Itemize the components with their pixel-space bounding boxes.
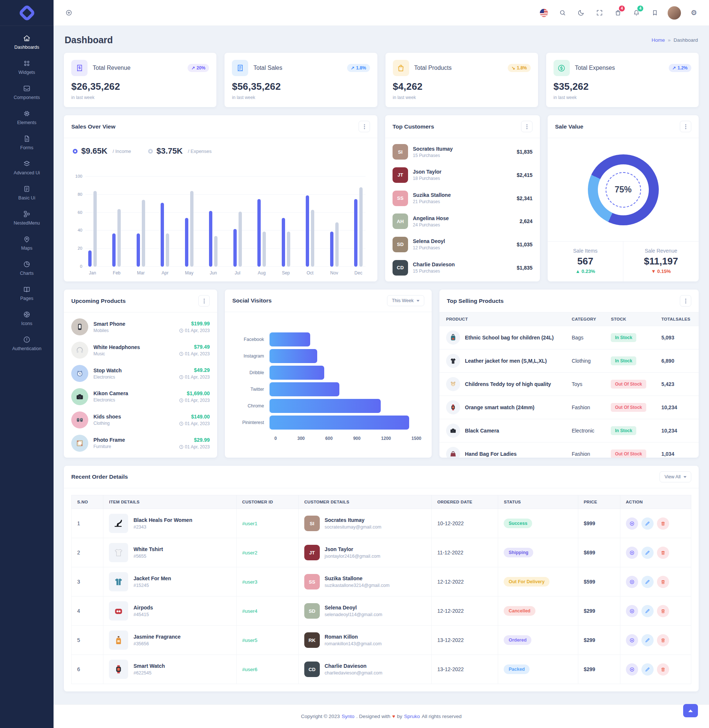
- edit-button[interactable]: [642, 663, 654, 675]
- synto-link[interactable]: Synto: [341, 713, 354, 719]
- trash-icon: [660, 667, 666, 672]
- table-row: 3 Jacket For Men#15245 #user3 SSSuzika S…: [71, 568, 691, 597]
- bookmark-button[interactable]: [649, 7, 660, 19]
- more-options-button[interactable]: [680, 121, 691, 132]
- sidebar-item-widgets[interactable]: Widgets: [0, 55, 54, 80]
- spruko-link[interactable]: Spruko: [404, 713, 420, 719]
- more-options-button[interactable]: [680, 295, 691, 306]
- sidebar-toggle-button[interactable]: [63, 7, 74, 19]
- gear-icon: ⚙: [690, 9, 697, 16]
- top-selling-card: Top Selling Products PRODUCT CATEGORY ST…: [439, 290, 699, 458]
- us-flag-icon: [540, 9, 548, 17]
- trash-icon: [660, 608, 666, 614]
- week-filter-dropdown[interactable]: This Week: [387, 295, 424, 306]
- headphones-icon: [71, 341, 88, 359]
- search-icon: [559, 9, 566, 16]
- scroll-to-top-button[interactable]: [683, 704, 698, 717]
- chevron-down-icon: [417, 300, 420, 302]
- sidebar-item-basic-ui[interactable]: Basic Ui: [0, 180, 54, 205]
- clock-icon: [179, 375, 184, 379]
- delete-button[interactable]: [657, 663, 669, 675]
- sidebar-item-label: Components: [14, 95, 40, 100]
- breadcrumb-home-link[interactable]: Home: [651, 37, 665, 43]
- table-row: Black Camera Electronic In Stock 10,234: [439, 419, 699, 442]
- status-badge: Packed: [504, 664, 530, 674]
- column-header: PRODUCT: [439, 312, 565, 326]
- edit-button[interactable]: [642, 605, 654, 617]
- more-options-button[interactable]: [359, 121, 370, 132]
- avatar: SD: [304, 603, 320, 619]
- view-button[interactable]: [626, 634, 638, 646]
- customer-row: SS Suzika Stallone21 Purchases $2,341: [392, 188, 532, 209]
- customer-id: #user2: [242, 550, 257, 556]
- teddy-icon: [446, 377, 460, 391]
- view-all-dropdown[interactable]: View All: [659, 471, 691, 482]
- social-visitors-card: Social Visitors This Week FacebookInstag…: [225, 290, 432, 458]
- sidebar-item-icons[interactable]: Icons: [0, 306, 54, 331]
- cart-badge: 4: [619, 6, 625, 12]
- sidebar-item-elements[interactable]: Elements: [0, 105, 54, 130]
- sidebar-item-advanced-ui[interactable]: Advanced Ui: [0, 155, 54, 180]
- edit-button[interactable]: [642, 634, 654, 646]
- fullscreen-button[interactable]: [594, 7, 605, 19]
- recent-orders-table: S.NO ITEM DETAILS CUSTOMER ID CUSTOMER D…: [71, 495, 691, 684]
- status-badge: Out For Delivery: [504, 577, 549, 586]
- avatar: CD: [392, 260, 408, 276]
- settings-button[interactable]: ⚙: [688, 7, 699, 19]
- view-button[interactable]: [626, 547, 638, 559]
- more-options-button[interactable]: [198, 295, 210, 306]
- sidebar-item-components[interactable]: Components: [0, 80, 54, 105]
- dark-mode-button[interactable]: [575, 7, 586, 19]
- moon-icon: [578, 9, 585, 16]
- table-row: 5 Jasmine Fragrance#35656 #user5 RKRoman…: [71, 626, 691, 655]
- view-button[interactable]: [626, 663, 638, 675]
- avatar: SD: [392, 237, 408, 252]
- upcoming-products-card: Upcoming Products Smart PhoneMobiles $19…: [64, 290, 217, 458]
- column-header: ACTION: [620, 495, 691, 509]
- edit-button[interactable]: [642, 576, 654, 588]
- sidebar-item-charts[interactable]: Charts: [0, 255, 54, 281]
- product-row: Kids shoesClothing $149.0001 Apr, 2023: [71, 409, 210, 431]
- avatar: SS: [304, 574, 320, 589]
- stats-row: Total Revenue ↗20% $26,35,262 in last we…: [64, 53, 699, 107]
- layers-icon: [23, 160, 31, 168]
- trend-up-icon: ↗: [351, 66, 354, 70]
- sidebar: Dashboards Widgets Components Elements F…: [0, 0, 54, 728]
- delete-button[interactable]: [657, 605, 669, 617]
- edit-button[interactable]: [642, 547, 654, 559]
- app-logo[interactable]: [0, 0, 54, 26]
- breadcrumb-current: Dashboard: [674, 37, 698, 43]
- sidebar-item-authentication[interactable]: Authentication: [0, 331, 54, 356]
- delete-button[interactable]: [657, 634, 669, 646]
- stat-card-total-sales: Total Sales ↗1.8% $56,35,262 in last wee…: [225, 53, 377, 107]
- view-button[interactable]: [626, 576, 638, 588]
- sidebar-item-forms[interactable]: Forms: [0, 130, 54, 155]
- cart-button[interactable]: 4: [612, 7, 623, 19]
- notifications-button[interactable]: 4: [631, 7, 642, 19]
- edit-button[interactable]: [642, 518, 654, 530]
- stat-note: in last week: [393, 95, 531, 100]
- view-button[interactable]: [626, 518, 638, 530]
- view-button[interactable]: [626, 605, 638, 617]
- sidebar-item-label: Icons: [22, 321, 32, 326]
- delete-button[interactable]: [657, 547, 669, 559]
- search-button[interactable]: [557, 7, 568, 19]
- sidebar-item-dashboards[interactable]: Dashboards: [0, 29, 54, 55]
- stock-badge: In Stock: [611, 426, 636, 435]
- more-options-button[interactable]: [521, 121, 532, 132]
- sidebar-item-pages[interactable]: Pages: [0, 281, 54, 306]
- home-icon: [23, 34, 31, 42]
- bookmark-icon: [651, 9, 658, 16]
- user-avatar[interactable]: [668, 6, 681, 20]
- delete-button[interactable]: [657, 518, 669, 530]
- status-badge: Success: [504, 519, 532, 528]
- delete-button[interactable]: [657, 576, 669, 588]
- language-flag-button[interactable]: [538, 7, 550, 19]
- sidebar-item-nestedmenu[interactable]: NestedMenu: [0, 205, 54, 231]
- handbag-icon: [446, 447, 460, 458]
- column-header: STATUS: [498, 495, 578, 509]
- expenses-icon: [554, 60, 570, 76]
- column-header: CUSTOMER ID: [236, 495, 298, 509]
- sidebar-item-maps[interactable]: Maps: [0, 231, 54, 255]
- social-chart-rows: FacebookInstagramDribbleTwitterChromePin…: [235, 330, 421, 432]
